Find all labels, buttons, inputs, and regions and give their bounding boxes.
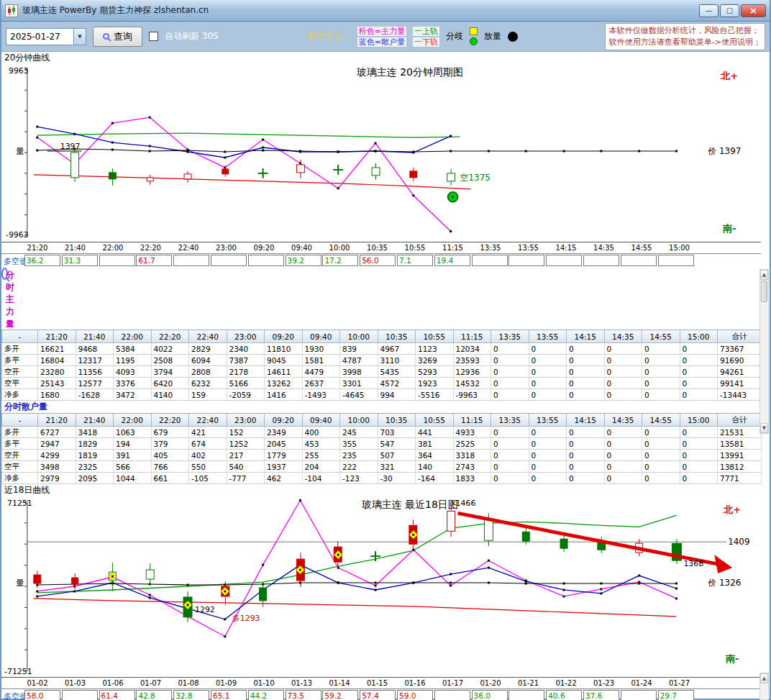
table-cell: 0 bbox=[491, 450, 529, 461]
retail20-title: 分时散户量 bbox=[1, 401, 770, 413]
axis-label: 14:35 bbox=[593, 244, 614, 252]
mk-ratio-cell bbox=[658, 255, 694, 266]
mk-ratio-cell bbox=[546, 255, 582, 266]
table-cell: 255 bbox=[302, 450, 340, 461]
table-cell: 364 bbox=[416, 450, 454, 461]
table-cell: 0 bbox=[642, 355, 680, 366]
table-cell: 355 bbox=[340, 438, 378, 450]
mk-ratio-cell: 59.2 bbox=[322, 690, 358, 700]
table-cell: 0 bbox=[642, 427, 680, 438]
row-label: 多平 bbox=[2, 438, 38, 450]
table-cell: 23593 bbox=[453, 355, 491, 366]
column-header: 09:40 bbox=[302, 330, 340, 343]
scrollbar-track[interactable] bbox=[760, 303, 768, 423]
notice-line-1: 本软件仅做数据分析统计，风险自己把握； bbox=[609, 25, 761, 37]
table-cell: 0 bbox=[491, 366, 529, 378]
table-cell: 1195 bbox=[114, 355, 152, 366]
axis-label: 10:00 bbox=[329, 244, 350, 252]
axis-label: 01-08 bbox=[178, 679, 199, 687]
table-cell: 6727 bbox=[38, 427, 76, 438]
scrollbar-track[interactable] bbox=[760, 683, 768, 699]
date-select[interactable]: 2025-01-27 ▼ bbox=[6, 28, 86, 45]
table-cell: 0 bbox=[642, 366, 680, 378]
table-cell: 3472 bbox=[114, 389, 152, 401]
table-cell: 11810 bbox=[265, 343, 303, 355]
table-cell: 441 bbox=[416, 427, 454, 438]
table-cell: 0 bbox=[529, 438, 567, 450]
table-cell: 766 bbox=[151, 461, 189, 473]
table-cell: 0 bbox=[680, 389, 718, 401]
table-cell: 5435 bbox=[378, 366, 416, 378]
column-header: 23:00 bbox=[227, 330, 265, 343]
svg-text:1397: 1397 bbox=[60, 142, 81, 151]
table-cell: 4479 bbox=[302, 366, 340, 378]
axis-label: 01-06 bbox=[102, 679, 123, 687]
column-header: 23:00 bbox=[227, 414, 265, 427]
table-cell: 1930 bbox=[302, 343, 340, 355]
minimize-button[interactable]: — bbox=[699, 4, 718, 17]
table-retail-20min: -21:2021:4022:0022:2022:4023:0009:2009:4… bbox=[1, 413, 762, 484]
table-cell: 204 bbox=[302, 461, 340, 473]
mk-ratio-cell bbox=[62, 690, 98, 700]
table-cell: 4787 bbox=[340, 355, 378, 366]
column-header: 09:20 bbox=[265, 414, 303, 427]
mk-ratio-cell: 65.1 bbox=[211, 690, 247, 700]
mk-ratio-cell bbox=[99, 255, 135, 266]
table-cell: 5166 bbox=[227, 378, 265, 389]
table-cell: 5384 bbox=[114, 343, 152, 355]
scrollbar-thumb[interactable] bbox=[761, 281, 767, 302]
mk-ratio-cell bbox=[621, 690, 657, 700]
close-button[interactable]: × bbox=[741, 4, 766, 17]
table-cell: 16621 bbox=[38, 343, 76, 355]
axis-label: 13:55 bbox=[518, 244, 539, 252]
axis-label: 10:55 bbox=[405, 244, 426, 252]
column-header: 15:00 bbox=[680, 330, 718, 343]
table-cell: 23280 bbox=[38, 366, 76, 378]
table-cell: 2325 bbox=[76, 461, 114, 473]
table-cell: -2059 bbox=[227, 389, 265, 401]
svg-text:-9963: -9963 bbox=[6, 230, 29, 240]
mk-ratio-cell: 37.6 bbox=[583, 690, 619, 700]
chart20-section-label: 20分钟曲线 bbox=[1, 52, 770, 63]
table-cell: 0 bbox=[642, 343, 680, 355]
axis-label: 01-13 bbox=[291, 679, 312, 687]
table-cell: 4093 bbox=[114, 366, 152, 378]
column-header: 13:35 bbox=[491, 330, 529, 343]
axis-label: 01-15 bbox=[367, 679, 388, 687]
legend-title: 标记含义： bbox=[308, 30, 351, 42]
axis-label: 01-16 bbox=[404, 679, 425, 687]
main20-title: 分时主力量 bbox=[1, 268, 8, 280]
notice-text: 本软件仅做数据分析统计，风险自己把握； 软件使用方法请查看帮助菜单->使用说明； bbox=[605, 23, 765, 50]
volume-circle-icon bbox=[508, 32, 518, 42]
table-cell: 0 bbox=[604, 343, 642, 355]
table-cell: 0 bbox=[529, 378, 567, 389]
table-cell: 0 bbox=[680, 461, 718, 473]
dropdown-arrow-icon[interactable]: ▼ bbox=[73, 29, 86, 45]
auto-refresh-checkbox[interactable] bbox=[149, 32, 158, 41]
column-header: 13:35 bbox=[491, 414, 529, 427]
tables-scrollbar[interactable]: ▲ ▼ bbox=[759, 269, 769, 434]
table-cell: 0 bbox=[642, 450, 680, 461]
column-header: - bbox=[2, 414, 38, 427]
table-cell: -164 bbox=[416, 473, 454, 484]
svg-text:量: 量 bbox=[16, 578, 24, 588]
scroll-up-icon[interactable]: ▲ bbox=[760, 673, 768, 683]
mk-ratio-cell: 19.4 bbox=[434, 255, 470, 266]
row-label: 空开 bbox=[2, 366, 38, 378]
table-cell: 0 bbox=[680, 473, 718, 484]
table-cell: 4967 bbox=[378, 343, 416, 355]
table18-scrollbar[interactable]: ▲ bbox=[759, 673, 769, 700]
table-cell: 994 bbox=[378, 389, 416, 401]
axis-label: 14:55 bbox=[631, 244, 652, 252]
scroll-up-icon[interactable]: ▲ bbox=[760, 270, 768, 280]
table-cell: 0 bbox=[680, 355, 718, 366]
axis-label: 01-20 bbox=[480, 679, 501, 687]
query-button[interactable]: 查询 bbox=[93, 27, 142, 47]
axis-label: 01-10 bbox=[253, 679, 274, 687]
table-cell: 0 bbox=[680, 378, 718, 389]
table-cell: 152 bbox=[227, 427, 265, 438]
table-cell: 2349 bbox=[265, 427, 303, 438]
column-header: 09:40 bbox=[302, 414, 340, 427]
scroll-down-icon[interactable]: ▼ bbox=[760, 423, 768, 433]
maximize-button[interactable]: □ bbox=[720, 4, 739, 17]
